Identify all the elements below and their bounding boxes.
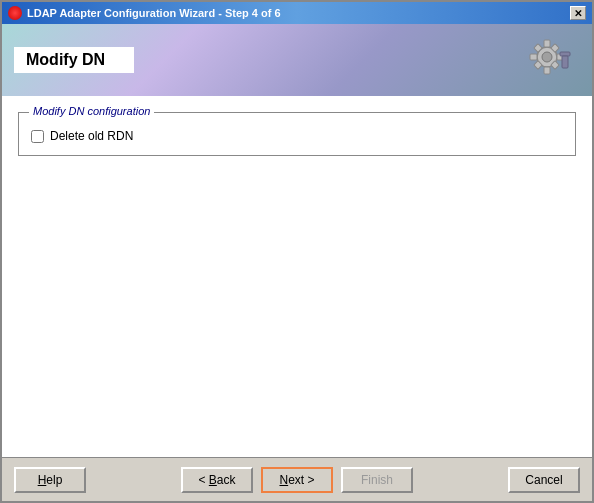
svg-rect-11	[562, 56, 568, 68]
title-bar-left: LDAP Adapter Configuration Wizard - Step…	[8, 6, 281, 20]
section-legend: Modify DN configuration	[29, 105, 154, 117]
close-button[interactable]: ✕	[570, 6, 586, 20]
modify-dn-section: Modify DN configuration Delete old RDN	[18, 112, 576, 156]
svg-rect-4	[530, 54, 537, 60]
svg-rect-2	[544, 40, 550, 47]
app-icon	[8, 6, 22, 20]
back-button[interactable]: < Back	[181, 467, 253, 493]
help-button[interactable]: Help	[14, 467, 86, 493]
next-button[interactable]: Next >	[261, 467, 333, 493]
wizard-window: LDAP Adapter Configuration Wizard - Step…	[0, 0, 594, 503]
cancel-button[interactable]: Cancel	[508, 467, 580, 493]
finish-button[interactable]: Finish	[341, 467, 413, 493]
help-label: Help	[38, 473, 63, 487]
window-title: LDAP Adapter Configuration Wizard - Step…	[27, 7, 281, 19]
svg-rect-10	[560, 52, 570, 56]
delete-old-rdn-checkbox[interactable]	[31, 130, 44, 143]
header-title-area: Modify DN	[14, 47, 134, 73]
delete-old-rdn-row: Delete old RDN	[31, 129, 563, 143]
cancel-label: Cancel	[525, 473, 562, 487]
title-bar: LDAP Adapter Configuration Wizard - Step…	[2, 2, 592, 24]
finish-label: Finish	[361, 473, 393, 487]
svg-point-1	[542, 52, 552, 62]
content-area: Modify DN configuration Delete old RDN	[2, 96, 592, 457]
next-label: Next >	[279, 473, 314, 487]
svg-rect-3	[544, 67, 550, 74]
delete-old-rdn-label[interactable]: Delete old RDN	[50, 129, 133, 143]
gear-icon	[522, 32, 572, 82]
footer: Help < Back Next > Finish Cancel	[2, 457, 592, 501]
back-label: < Back	[198, 473, 235, 487]
nav-buttons: < Back Next > Finish	[181, 467, 413, 493]
header-banner: Modify DN	[2, 24, 592, 96]
page-title: Modify DN	[26, 51, 122, 69]
header-graphic	[522, 32, 582, 87]
